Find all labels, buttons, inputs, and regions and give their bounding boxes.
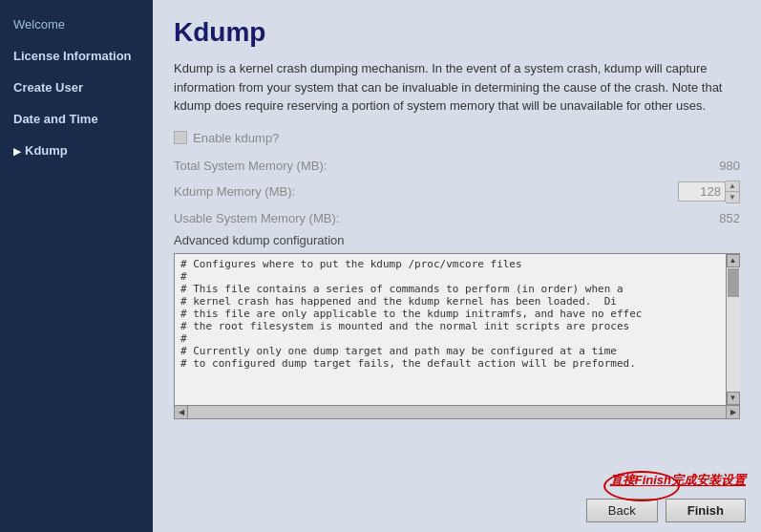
enable-kdump-checkbox[interactable] xyxy=(174,131,187,144)
kdump-memory-field[interactable] xyxy=(678,181,726,202)
usable-memory-row: Usable System Memory (MB): 852 xyxy=(174,211,740,225)
scroll-thumb xyxy=(728,268,739,297)
sidebar-item-kdump[interactable]: Kdump xyxy=(0,136,153,167)
vertical-scrollbar[interactable]: ▲ ▼ xyxy=(726,254,739,405)
kdump-memory-spinner: ▲ ▼ xyxy=(726,181,740,203)
content-area: Kdump Kdump is a kernel crash dumping me… xyxy=(153,0,761,468)
scroll-down-arrow[interactable]: ▼ xyxy=(727,392,740,405)
page-title: Kdump xyxy=(174,17,740,48)
horizontal-scrollbar[interactable]: ◀ ▶ xyxy=(174,406,740,419)
kdump-memory-label: Kdump Memory (MB): xyxy=(174,184,678,199)
sidebar-item-welcome[interactable]: Welcome xyxy=(0,10,153,41)
sidebar-item-license[interactable]: License Information xyxy=(0,41,153,73)
scroll-track xyxy=(727,267,740,392)
footer: Back Finish xyxy=(153,493,761,532)
kdump-memory-up[interactable]: ▲ xyxy=(726,181,739,192)
usable-memory-value: 852 xyxy=(683,211,740,225)
usable-memory-label: Usable System Memory (MB): xyxy=(174,211,683,225)
scroll-right-arrow[interactable]: ▶ xyxy=(726,405,739,418)
kdump-config-container: # Configures where to put the kdump /pro… xyxy=(174,253,740,406)
finish-button[interactable]: Finish xyxy=(666,499,746,522)
kdump-memory-input-group: ▲ ▼ xyxy=(678,181,740,203)
bottom-area: 直接Finish完成安装设置 xyxy=(153,468,761,493)
kdump-memory-down[interactable]: ▼ xyxy=(726,192,739,202)
main-content: Kdump Kdump is a kernel crash dumping me… xyxy=(153,0,761,532)
sidebar-item-create-user[interactable]: Create User xyxy=(0,73,153,104)
enable-kdump-row: Enable kdump? xyxy=(174,131,740,145)
total-memory-label: Total System Memory (MB): xyxy=(174,159,683,173)
total-memory-row: Total System Memory (MB): 980 xyxy=(174,159,740,173)
total-memory-value: 980 xyxy=(683,159,740,173)
sidebar-item-date-time[interactable]: Date and Time xyxy=(0,104,153,136)
sidebar: Welcome License Information Create User … xyxy=(0,0,153,532)
kdump-config-textarea[interactable]: # Configures where to put the kdump /pro… xyxy=(175,254,726,405)
scroll-up-arrow[interactable]: ▲ xyxy=(727,254,740,267)
hint-text: 直接Finish完成安装设置 xyxy=(610,472,746,489)
advanced-label: Advanced kdump configuration xyxy=(174,233,740,247)
kdump-memory-row: Kdump Memory (MB): ▲ ▼ xyxy=(174,181,740,203)
back-button[interactable]: Back xyxy=(586,499,658,522)
enable-kdump-label: Enable kdump? xyxy=(193,131,279,145)
page-description: Kdump is a kernel crash dumping mechanis… xyxy=(174,59,740,116)
scroll-left-arrow[interactable]: ◀ xyxy=(175,405,188,418)
